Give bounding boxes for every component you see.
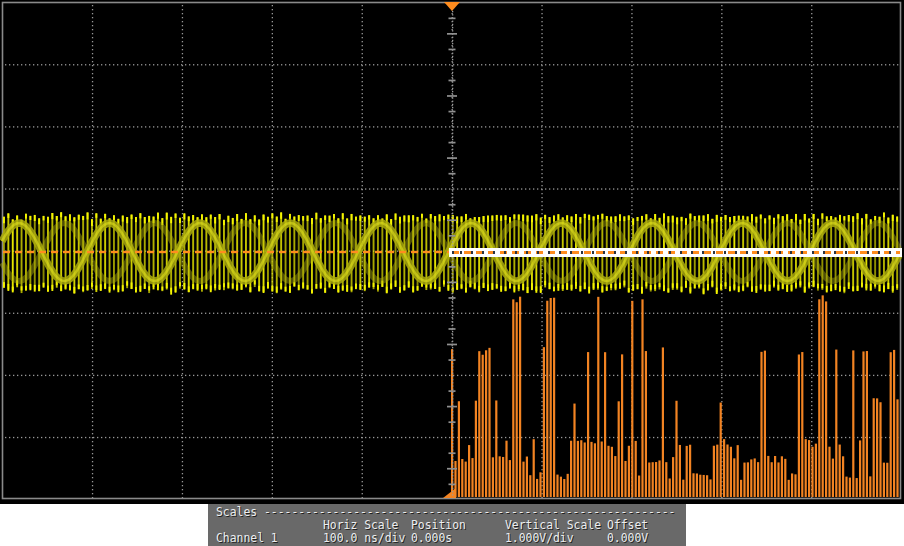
offset-line-segment — [452, 251, 900, 254]
channel-offset: 0.000V — [607, 532, 648, 544]
header-horiz-scale: Horiz Scale — [323, 519, 398, 531]
channel-position: 0.000s — [411, 532, 452, 544]
trigger-position-marker[interactable] — [444, 2, 460, 11]
header-offset: Offset — [607, 519, 648, 531]
scales-rule: ----------------------------------------… — [264, 506, 675, 518]
channel-horiz-scale: 100.0 ns/div — [323, 532, 405, 544]
scope-display — [0, 0, 904, 504]
channel-name: Channel 1 — [216, 532, 278, 544]
header-position: Position — [411, 519, 466, 531]
scales-title: Scales — [216, 506, 257, 518]
header-vertical-scale: Vertical Scale — [505, 519, 601, 531]
footer: Scales ---------------------------------… — [0, 504, 904, 546]
channel-vertical-scale: 1.000V/div — [505, 532, 574, 544]
scales-panel: Scales ---------------------------------… — [208, 504, 686, 546]
readout-bar — [449, 248, 902, 257]
oscilloscope-screen: Scales ---------------------------------… — [0, 0, 904, 546]
